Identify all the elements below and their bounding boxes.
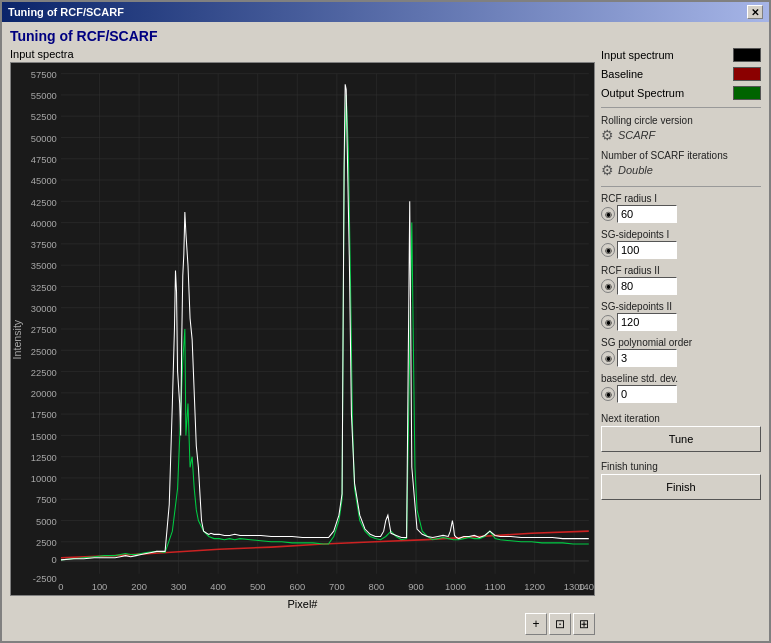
- svg-text:12500: 12500: [31, 452, 57, 463]
- svg-text:25000: 25000: [31, 345, 57, 356]
- window-content: Tuning of RCF/SCARF Input spectra: [2, 22, 769, 641]
- sg-polynomial-field: SG polynomial order ◉: [601, 337, 761, 367]
- rolling-circle-value: SCARF: [618, 129, 655, 141]
- rcf-radius-i-label: RCF radius I: [601, 193, 761, 204]
- svg-text:200: 200: [131, 581, 147, 592]
- rcf-radius-ii-field: RCF radius II ◉: [601, 265, 761, 295]
- chart-svg: 57500 55000 52500 50000 47500 45000 4250…: [11, 63, 594, 595]
- rcf-radius-i-spin-icon[interactable]: ◉: [601, 207, 615, 221]
- svg-text:1400: 1400: [578, 581, 594, 592]
- legend-output-label: Output Spectrum: [601, 87, 684, 99]
- rcf-radius-ii-label: RCF radius II: [601, 265, 761, 276]
- page-title: Tuning of RCF/SCARF: [10, 28, 761, 44]
- svg-text:17500: 17500: [31, 409, 57, 420]
- sg-polynomial-label: SG polynomial order: [601, 337, 761, 348]
- svg-text:600: 600: [289, 581, 305, 592]
- svg-text:50000: 50000: [31, 133, 57, 144]
- legend-output-swatch: [733, 86, 761, 100]
- chart-label-top: Input spectra: [10, 48, 595, 60]
- sg-sidepoints-i-spin-icon[interactable]: ◉: [601, 243, 615, 257]
- next-iteration-label: Next iteration: [601, 413, 761, 424]
- baseline-std-input[interactable]: [617, 385, 677, 403]
- right-panel: Input spectrum Baseline Output Spectrum …: [601, 48, 761, 635]
- svg-text:57500: 57500: [31, 69, 57, 80]
- zoom-in-icon: +: [532, 617, 539, 631]
- legend-input-label: Input spectrum: [601, 49, 674, 61]
- divider-2: [601, 186, 761, 187]
- rcf-radius-i-field: RCF radius I ◉: [601, 193, 761, 223]
- chart-area: Input spectra: [10, 48, 595, 635]
- zoom-out-icon: ⊞: [579, 617, 589, 631]
- svg-text:32500: 32500: [31, 282, 57, 293]
- legend-output: Output Spectrum: [601, 86, 761, 100]
- main-window: Tuning of RCF/SCARF ✕ Tuning of RCF/SCAR…: [0, 0, 771, 643]
- finish-tuning-label: Finish tuning: [601, 461, 761, 472]
- svg-text:-2500: -2500: [33, 573, 57, 584]
- svg-text:0: 0: [52, 554, 57, 565]
- window-title: Tuning of RCF/SCARF: [8, 6, 124, 18]
- svg-text:1200: 1200: [524, 581, 545, 592]
- baseline-std-with-icon: ◉: [601, 385, 761, 403]
- baseline-std-label: baseline std. dev.: [601, 373, 761, 384]
- svg-text:22500: 22500: [31, 367, 57, 378]
- svg-text:37500: 37500: [31, 239, 57, 250]
- baseline-std-field: baseline std. dev. ◉: [601, 373, 761, 403]
- sg-polynomial-spin-icon[interactable]: ◉: [601, 351, 615, 365]
- sg-sidepoints-i-field: SG-sidepoints I ◉: [601, 229, 761, 259]
- zoom-reset-button[interactable]: ⊡: [549, 613, 571, 635]
- sg-sidepoints-ii-spin-icon[interactable]: ◉: [601, 315, 615, 329]
- svg-text:27500: 27500: [31, 324, 57, 335]
- sg-sidepoints-i-input[interactable]: [617, 241, 677, 259]
- rcf-radius-i-with-icon: ◉: [601, 205, 761, 223]
- rolling-circle-toggle-icon[interactable]: ⚙: [601, 127, 614, 143]
- svg-text:2500: 2500: [36, 537, 57, 548]
- chart-container: 57500 55000 52500 50000 47500 45000 4250…: [10, 62, 595, 596]
- x-axis-label: Pixel#: [10, 598, 595, 610]
- scarf-iterations-value: Double: [618, 164, 653, 176]
- sg-sidepoints-ii-with-icon: ◉: [601, 313, 761, 331]
- svg-text:500: 500: [250, 581, 266, 592]
- svg-text:30000: 30000: [31, 303, 57, 314]
- rolling-circle-control: Rolling circle version ⚙ SCARF: [601, 114, 761, 143]
- sg-sidepoints-ii-field: SG-sidepoints II ◉: [601, 301, 761, 331]
- sg-polynomial-with-icon: ◉: [601, 349, 761, 367]
- rolling-circle-label: Rolling circle version: [601, 114, 761, 127]
- svg-text:5000: 5000: [36, 516, 57, 527]
- rolling-circle-inline: ⚙ SCARF: [601, 127, 761, 143]
- finish-section: Finish tuning Finish: [601, 461, 761, 503]
- svg-text:7500: 7500: [36, 494, 57, 505]
- svg-text:47500: 47500: [31, 154, 57, 165]
- sg-polynomial-input[interactable]: [617, 349, 677, 367]
- zoom-out-button[interactable]: ⊞: [573, 613, 595, 635]
- svg-text:900: 900: [408, 581, 424, 592]
- svg-text:35000: 35000: [31, 260, 57, 271]
- sg-sidepoints-ii-input[interactable]: [617, 313, 677, 331]
- title-bar: Tuning of RCF/SCARF ✕: [2, 2, 769, 22]
- sg-sidepoints-i-label: SG-sidepoints I: [601, 229, 761, 240]
- scarf-iterations-inline: ⚙ Double: [601, 162, 761, 178]
- rcf-radius-ii-spin-icon[interactable]: ◉: [601, 279, 615, 293]
- tune-button[interactable]: Tune: [601, 426, 761, 452]
- zoom-in-button[interactable]: +: [525, 613, 547, 635]
- baseline-std-spin-icon[interactable]: ◉: [601, 387, 615, 401]
- legend-input: Input spectrum: [601, 48, 761, 62]
- svg-text:20000: 20000: [31, 388, 57, 399]
- sg-sidepoints-i-with-icon: ◉: [601, 241, 761, 259]
- legend-baseline-label: Baseline: [601, 68, 643, 80]
- finish-button[interactable]: Finish: [601, 474, 761, 500]
- svg-text:0: 0: [58, 581, 63, 592]
- rcf-radius-ii-with-icon: ◉: [601, 277, 761, 295]
- svg-text:100: 100: [92, 581, 108, 592]
- main-area: Input spectra: [10, 48, 761, 635]
- scarf-iterations-toggle-icon[interactable]: ⚙: [601, 162, 614, 178]
- svg-text:1000: 1000: [445, 581, 466, 592]
- divider-1: [601, 107, 761, 108]
- svg-text:300: 300: [171, 581, 187, 592]
- close-button[interactable]: ✕: [747, 5, 763, 19]
- svg-text:400: 400: [210, 581, 226, 592]
- rcf-radius-ii-input[interactable]: [617, 277, 677, 295]
- bottom-icons: + ⊡ ⊞: [10, 613, 595, 635]
- scarf-iterations-control: Number of SCARF iterations ⚙ Double: [601, 149, 761, 178]
- svg-text:10000: 10000: [31, 473, 57, 484]
- rcf-radius-i-input[interactable]: [617, 205, 677, 223]
